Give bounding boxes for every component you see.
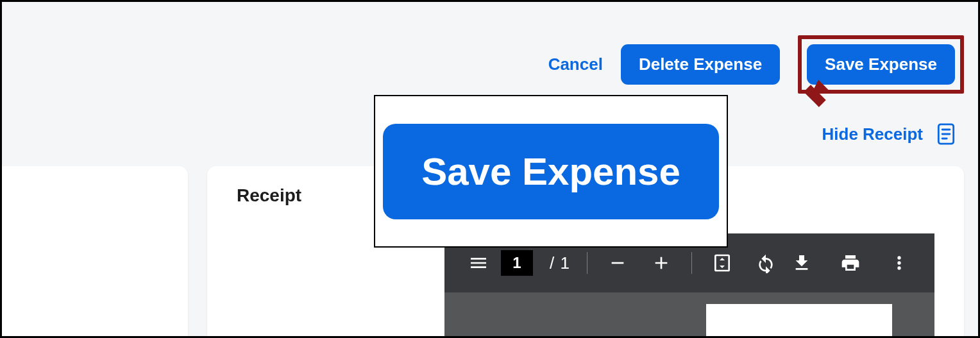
pdf-toolbar-center: 1 / 1 <box>492 249 788 276</box>
svg-rect-6 <box>715 255 729 271</box>
pdf-viewer: 1 / 1 <box>444 233 934 336</box>
print-icon[interactable] <box>837 249 864 276</box>
left-side-panel <box>2 166 188 336</box>
delete-expense-button[interactable]: Delete Expense <box>621 44 780 85</box>
fit-to-page-icon[interactable] <box>709 249 736 276</box>
toolbar-separator <box>691 252 692 274</box>
download-icon[interactable] <box>788 249 815 276</box>
save-expense-button[interactable]: Save Expense <box>807 44 955 85</box>
receipt-heading: Receipt <box>237 185 301 206</box>
save-expense-callout-button: Save Expense <box>383 124 719 219</box>
receipt-icon <box>937 123 955 145</box>
app-frame: Cancel Delete Expense Save Expense Hide … <box>0 0 980 338</box>
save-expense-highlight-box: Save Expense <box>798 35 964 94</box>
top-bar: Cancel Delete Expense Save Expense <box>2 2 978 105</box>
action-row: Cancel Delete Expense Save Expense <box>548 35 964 94</box>
pdf-total-pages: 1 <box>561 253 570 273</box>
pdf-current-page[interactable]: 1 <box>501 250 533 276</box>
zoom-out-icon[interactable] <box>604 249 631 276</box>
pdf-page-total: / 1 <box>550 253 570 273</box>
zoom-in-icon[interactable] <box>648 249 675 276</box>
pdf-toolbar-right <box>788 249 934 276</box>
pdf-page-separator: / <box>550 253 555 273</box>
more-options-icon[interactable] <box>886 249 913 276</box>
save-expense-callout: Save Expense <box>374 95 728 248</box>
cancel-button[interactable]: Cancel <box>548 55 603 74</box>
pdf-page <box>706 304 892 336</box>
toolbar-separator <box>587 252 587 274</box>
rotate-icon[interactable] <box>752 249 779 276</box>
menu-icon[interactable] <box>465 249 492 276</box>
pdf-body[interactable] <box>444 292 934 336</box>
hide-receipt-row: Hide Receipt <box>822 123 956 145</box>
hide-receipt-button[interactable]: Hide Receipt <box>822 124 924 144</box>
